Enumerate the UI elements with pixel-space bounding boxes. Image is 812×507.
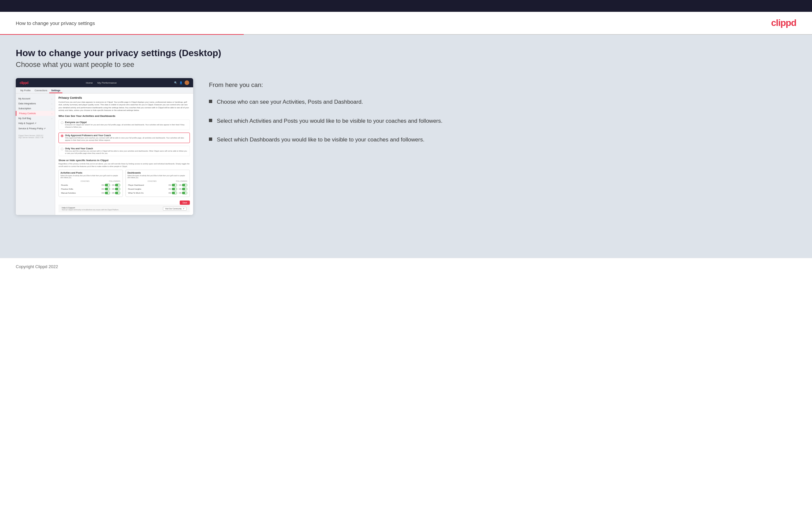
mock-sidebar-data-integrations[interactable]: Data Integrations › (16, 101, 55, 106)
round-insights-followers-toggle[interactable]: ON (179, 188, 188, 190)
mock-sidebar-golf-bag[interactable]: My Golf Bag › (16, 116, 55, 121)
mock-sidebar-subscription[interactable]: Subscription › (16, 106, 55, 111)
rounds-followers-toggle[interactable]: ON (112, 184, 120, 186)
round-insights-coaches-toggle[interactable]: ON (168, 188, 177, 190)
rounds-row: Rounds ON ON (60, 183, 121, 187)
top-bar (0, 0, 812, 12)
mock-version: Clippd Client Version: 2022.8.2SQL Serve… (16, 132, 55, 140)
bullet-square (209, 119, 212, 122)
wwon-followers-toggle[interactable]: ON (179, 192, 188, 194)
mock-section-desc: Control how you and your data appears to… (58, 101, 190, 112)
dashboards-panel-title: Dashboards (128, 172, 188, 174)
page-heading: How to change your privacy settings (Des… (16, 48, 796, 58)
screenshot-mock: clippd Home My Performance 🔍 👤 My Profil… (16, 78, 193, 215)
mock-sub-nav: My Profile Connections Settings (16, 87, 193, 94)
mock-profile-tab[interactable]: My Profile (18, 89, 33, 93)
mock-save-row: Save (58, 199, 190, 205)
dashboards-toggle-header: COACHES FOLLOWERS (128, 180, 188, 182)
wwon-coaches-toggle[interactable]: ON (168, 192, 177, 194)
manual-activities-row: Manual Activities ON ON (60, 191, 121, 195)
round-insights-row: Round Insights ON ON (128, 187, 188, 191)
logo: clippd (771, 18, 796, 28)
mock-performance-link: My Performance (98, 81, 117, 84)
list-item: Choose who can see your Activities, Post… (209, 98, 796, 106)
mock-home-link: Home (86, 81, 93, 84)
mock-sidebar-my-account[interactable]: My Account › (16, 96, 55, 101)
mock-who-can-see: Who Can See Your Activities and Dashboar… (58, 115, 190, 117)
mock-sidebar-help[interactable]: Help & Support ↗ (16, 121, 55, 126)
list-item: Select which Activities and Posts you wo… (209, 117, 796, 125)
mock-settings-tab[interactable]: Settings (49, 89, 62, 93)
mock-radio-followers[interactable]: Only Approved Followers and Your Coach O… (58, 132, 190, 143)
player-dashboard-row: Player Dashboard ON ON (128, 183, 188, 187)
mock-show-hide-desc: Regardless of the privacy controls that … (58, 163, 190, 167)
rounds-coaches-toggle[interactable]: ON (101, 184, 110, 186)
main-content: How to change your privacy settings (Des… (0, 35, 812, 258)
dashboards-panel-desc: Select the types of activity that you'd … (128, 175, 188, 179)
bullet-square (209, 100, 212, 103)
radio-dot-followers (61, 134, 63, 137)
visit-community-button[interactable]: Visit Our Community ↗ (163, 207, 187, 211)
mock-save-button[interactable]: Save (180, 201, 190, 205)
mock-navbar: clippd Home My Performance 🔍 👤 (16, 78, 193, 87)
user-icon: 👤 (180, 81, 183, 84)
radio-dot-everyone (61, 121, 63, 124)
mock-radio-only-you[interactable]: Only You and Your Coach Only you and the… (58, 146, 190, 156)
header-title: How to change your privacy settings (16, 20, 95, 26)
drills-coaches-toggle[interactable]: ON (101, 188, 110, 190)
external-link-icon: ↗ (183, 208, 184, 210)
manual-coaches-toggle[interactable]: ON (101, 192, 110, 194)
footer: Copyright Clippd 2022 (0, 258, 812, 275)
manual-followers-toggle[interactable]: ON (112, 192, 120, 194)
copyright: Copyright Clippd 2022 (16, 264, 58, 269)
page-subheading: Choose what you want people to see (16, 60, 796, 69)
bullet-square (209, 137, 212, 141)
player-dash-followers-toggle[interactable]: ON (179, 184, 188, 186)
what-to-work-on-row: What To Work On ON ON (128, 191, 188, 195)
mock-nav-links: Home My Performance (86, 81, 117, 84)
mock-logo: clippd (20, 81, 28, 84)
avatar-circle (185, 80, 189, 85)
mock-help-bar: Help & Support Visit our Clippd communit… (58, 205, 190, 212)
from-here-label: From here you can: (209, 81, 796, 89)
content-layout: clippd Home My Performance 🔍 👤 My Profil… (16, 78, 796, 215)
activities-panel-desc: Select the types of activity that you'd … (60, 175, 121, 179)
activities-toggle-header: COACHES FOLLOWERS (60, 180, 121, 182)
header: How to change your privacy settings clip… (0, 12, 812, 34)
mock-sidebar-privacy-controls[interactable]: Privacy Controls › (16, 111, 55, 116)
mock-radio-everyone[interactable]: Everyone on Clippd Everyone on Clippd ca… (58, 119, 190, 130)
activities-panel-title: Activities and Posts (60, 172, 121, 174)
radio-dot-only-you (61, 148, 63, 150)
bullet-text-1: Choose who can see your Activities, Post… (217, 98, 363, 106)
mock-main-panel: Privacy Controls Control how you and you… (55, 94, 193, 215)
list-item: Select which Dashboards you would like t… (209, 135, 796, 144)
mock-privacy-controls-title: Privacy Controls (58, 96, 190, 100)
mock-dashboards-panel: Dashboards Select the types of activity … (125, 170, 190, 197)
chevron-icon: › (52, 103, 52, 105)
mock-connections-tab[interactable]: Connections (33, 89, 49, 93)
mock-toggles-row: Activities and Posts Select the types of… (58, 170, 190, 197)
chevron-icon: › (52, 113, 52, 115)
practice-drills-row: Practice Drills ON ON (60, 187, 121, 191)
chevron-icon: › (52, 117, 52, 119)
mock-radio-group: Everyone on Clippd Everyone on Clippd ca… (58, 119, 190, 157)
chevron-icon: › (52, 98, 52, 100)
mock-activities-panel: Activities and Posts Select the types of… (58, 170, 123, 197)
bullet-text-2: Select which Activities and Posts you wo… (217, 117, 443, 125)
player-dash-coaches-toggle[interactable]: ON (168, 184, 177, 186)
right-panel: From here you can: Choose who can see yo… (209, 78, 796, 155)
search-icon: 🔍 (174, 81, 177, 84)
drills-followers-toggle[interactable]: ON (112, 188, 120, 190)
mock-sidebar: My Account › Data Integrations › Subscri… (16, 94, 55, 215)
help-desc: Visit our Clippd community to troublesho… (62, 209, 119, 211)
chevron-icon: › (52, 108, 52, 110)
mock-sidebar-privacy-policy[interactable]: Service & Privacy Policy ↗ (16, 126, 55, 131)
bullet-text-3: Select which Dashboards you would like t… (217, 135, 424, 144)
mock-nav-icons: 🔍 👤 (174, 80, 189, 85)
mock-body: My Account › Data Integrations › Subscri… (16, 94, 193, 215)
mock-show-hide-title: Show or hide specific features in Clippd (58, 159, 190, 162)
bullet-list: Choose who can see your Activities, Post… (209, 98, 796, 144)
